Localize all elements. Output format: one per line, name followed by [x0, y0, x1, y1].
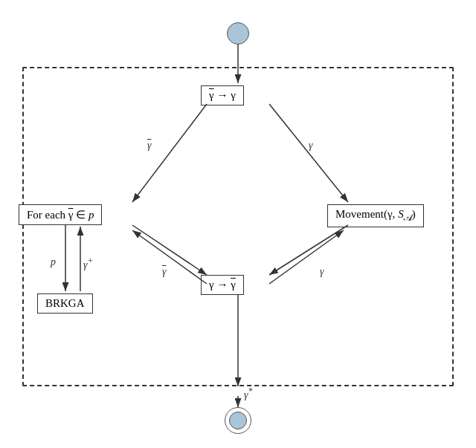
edge-label-gamma-right-bottom: γ — [320, 266, 324, 278]
node-for-each-label: For each γ ∈ p — [27, 209, 94, 221]
node-gamma-to-gamma-bar: γ → γ — [201, 275, 244, 295]
edge-label-gamma-plus: γ+ — [83, 256, 93, 271]
node-brkga: BRKGA — [37, 293, 93, 314]
diagram-container: γ → γ For each γ ∈ p Movement(γ, S𝒜) γ →… — [0, 0, 476, 448]
edge-label-gamma-star: γ* — [244, 386, 252, 401]
edge-label-gamma-bar-bottom: γ — [162, 266, 167, 278]
node-gamma-bar-to-gamma: γ → γ — [201, 85, 244, 105]
node-gamma-bar-to-gamma-label: γ → γ — [209, 89, 236, 101]
node-movement: Movement(γ, S𝒜) — [327, 204, 424, 227]
edge-label-p: p — [51, 256, 56, 268]
node-brkga-label: BRKGA — [45, 297, 85, 309]
node-gamma-to-gamma-bar-label: γ → γ — [209, 279, 236, 290]
end-node — [225, 407, 251, 434]
node-for-each: For each γ ∈ p — [19, 204, 102, 225]
edge-label-gamma-bar-left: γ — [147, 140, 152, 152]
edge-label-gamma-right-top: γ — [309, 140, 313, 152]
node-movement-label: Movement(γ, S𝒜) — [335, 208, 416, 220]
start-node — [227, 22, 249, 45]
end-node-inner — [229, 412, 247, 429]
